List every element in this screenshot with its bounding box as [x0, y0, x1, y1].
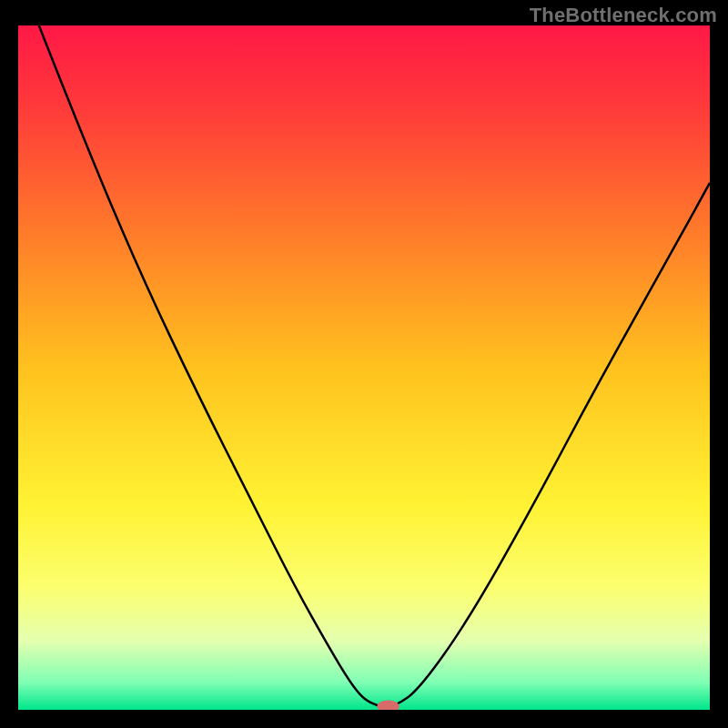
- watermark-text: TheBottleneck.com: [530, 4, 717, 27]
- chart-container: TheBottleneck.com: [0, 0, 728, 728]
- plot-frame: [18, 25, 710, 710]
- plot-svg: [18, 25, 710, 710]
